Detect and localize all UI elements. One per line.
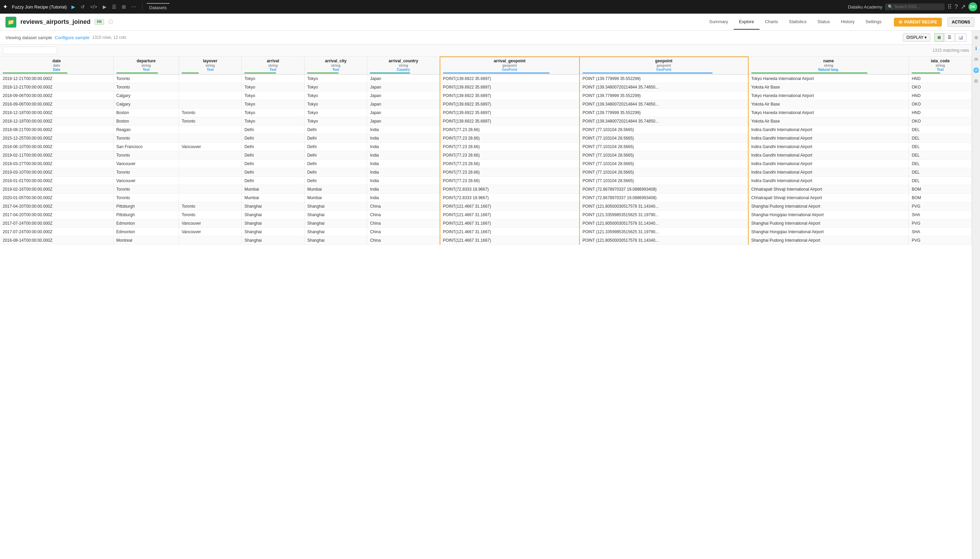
column-header-departure[interactable]: departurestringText: [113, 57, 179, 74]
refresh-icon[interactable]: ↺: [79, 3, 87, 11]
table-row[interactable]: 2017-04-20T00:00:00.000ZPittsburghToront…: [0, 202, 972, 211]
search-bar[interactable]: 🔍: [885, 3, 945, 10]
sidebar-globe-icon[interactable]: 🌐: [972, 66, 980, 74]
cell-arrival_geopoint: POINT(139.6922 35.6897): [440, 92, 579, 100]
cell-name: Shanghai Hongqiao International Airport: [748, 228, 909, 236]
data-table-container[interactable]: 1315 matching rows datedateDatedeparture…: [0, 45, 972, 559]
col-type-name: string: [751, 64, 906, 68]
cell-arrival: Tokyo: [242, 100, 305, 109]
col-name-date: date: [3, 59, 111, 63]
table-row[interactable]: 2018-12-21T00:00:00.000ZTorontoTokyoToky…: [0, 74, 972, 83]
cell-date: 2018-12-21T00:00:00.000Z: [0, 74, 113, 83]
column-header-iata_code[interactable]: iata_codestringText: [909, 57, 972, 74]
cell-date: 2017-07-24T00:00:00.000Z: [0, 228, 113, 236]
table-row[interactable]: 2019-03-10T00:00:00.000ZTorontoDelhiDelh…: [0, 168, 972, 177]
apps-icon[interactable]: ⠿: [947, 3, 952, 10]
cell-iata_code: HND: [909, 109, 972, 117]
cell-arrival_country: China: [367, 211, 440, 219]
col-bar-iata_code: [912, 73, 940, 74]
table-search-input[interactable]: [3, 46, 57, 54]
table-row[interactable]: 2017-04-20T00:00:00.000ZPittsburghToront…: [0, 211, 972, 219]
column-header-name[interactable]: namestringNatural lang.: [748, 57, 909, 74]
cell-iata_code: DEL: [909, 177, 972, 185]
table-row[interactable]: 2020-01-05T00:00:00.000ZTorontoMumbaiMum…: [0, 194, 972, 202]
cell-departure: Pittsburgh: [113, 202, 179, 211]
cell-arrival_country: Japan: [367, 109, 440, 117]
table-row[interactable]: 2018-08-21T00:00:00.000ZReaganDelhiDelhi…: [0, 126, 972, 134]
actions-button[interactable]: ACTIONS: [947, 17, 975, 27]
col-name-arrival_city: arrival_city: [307, 59, 365, 63]
tab-status[interactable]: Status: [812, 14, 835, 30]
sidebar-gear-icon[interactable]: ⚙: [972, 77, 980, 85]
code-icon[interactable]: </>: [88, 3, 99, 11]
cell-departure: Toronto: [113, 74, 179, 83]
cell-name: Chhatrapati Shivaji International Airpor…: [748, 194, 909, 202]
column-header-layover[interactable]: layoverstringText: [179, 57, 242, 74]
table-row[interactable]: 2018-09-06T00:00:00.000ZCalgaryTokyoToky…: [0, 92, 972, 100]
cell-arrival_city: Shanghai: [304, 236, 367, 245]
help-icon[interactable]: ?: [954, 3, 958, 10]
table-row[interactable]: 2017-07-24T00:00:00.000ZEdmontonVancouve…: [0, 219, 972, 228]
search-input[interactable]: [894, 5, 942, 9]
column-header-date[interactable]: datedateDate: [0, 57, 113, 74]
col-bar-arrival_country: [370, 73, 410, 74]
rows-info: 1315 rows, 12 cols: [92, 35, 126, 40]
info-icon[interactable]: ⓘ: [108, 19, 113, 25]
sidebar-info-icon[interactable]: ℹ: [974, 44, 978, 53]
table-row[interactable]: 2018-09-06T00:00:00.000ZCalgaryTokyoToky…: [0, 100, 972, 109]
column-header-arrival[interactable]: arrivalstringText: [242, 57, 305, 74]
tab-history[interactable]: History: [835, 14, 860, 30]
cell-date: 2018-09-06T00:00:00.000Z: [0, 92, 113, 100]
sidebar-mail-icon[interactable]: ✉: [973, 55, 980, 63]
chart-view-button[interactable]: 📊: [955, 33, 967, 41]
column-header-arrival_geopoint[interactable]: arrival_geopointgeopointGeoPoint: [440, 57, 579, 74]
run-icon[interactable]: ▶: [101, 3, 109, 11]
table-row[interactable]: 2016-08-14T00:00:00.000ZMontrealShanghai…: [0, 236, 972, 245]
cell-iata_code: DEL: [909, 168, 972, 177]
configure-sample-link[interactable]: Configure sample: [55, 35, 89, 40]
cell-arrival: Delhi: [242, 168, 305, 177]
list-view-button[interactable]: ☰: [945, 33, 954, 41]
col-meaning-arrival_country: Country: [370, 68, 437, 71]
table-row[interactable]: 2018-03-27T00:00:00.000ZVancouverDelhiDe…: [0, 160, 972, 168]
table-row[interactable]: 2019-02-16T00:00:00.000ZTorontoMumbaiMum…: [0, 185, 972, 194]
display-button[interactable]: DISPLAY ▾: [903, 33, 931, 41]
cell-name: Yokota Air Base: [748, 117, 909, 126]
column-header-geopoint[interactable]: geopointgeopointGeoPoint: [579, 57, 748, 74]
cell-arrival_geopoint: POINT(77.23 28.66): [440, 168, 579, 177]
tab-explore[interactable]: Explore: [734, 14, 759, 30]
cell-iata_code: PVG: [909, 236, 972, 245]
tab-summary[interactable]: Summary: [704, 14, 734, 30]
cell-geopoint: POINT (72.8678970337 19.0886993408): [579, 194, 748, 202]
tab-settings[interactable]: Settings: [860, 14, 887, 30]
table-row[interactable]: 2018-12-18T00:00:00.000ZBostonTorontoTok…: [0, 117, 972, 126]
table-row[interactable]: 2018-06-10T00:00:00.000ZSan FranciscoVan…: [0, 143, 972, 151]
table-icon[interactable]: ☰: [110, 3, 119, 11]
logo-icon: ✦: [3, 3, 8, 10]
more-icon[interactable]: ⋯: [129, 3, 138, 11]
cell-layover: [179, 126, 242, 134]
sidebar-add-icon[interactable]: ⊕: [973, 33, 980, 41]
datasets-label[interactable]: Datasets: [147, 3, 170, 12]
column-header-arrival_country[interactable]: arrival_countrystringCountry: [367, 57, 440, 74]
column-header-arrival_city[interactable]: arrival_citystringText: [304, 57, 367, 74]
tab-statistics[interactable]: Statistics: [783, 14, 812, 30]
table-row[interactable]: 2017-07-24T00:00:00.000ZEdmontonVancouve…: [0, 228, 972, 236]
notifications-icon[interactable]: ↗: [960, 3, 966, 10]
table-row[interactable]: 2018-12-21T00:00:00.000ZTorontoTokyoToky…: [0, 83, 972, 92]
cell-arrival_city: Tokyo: [304, 117, 367, 126]
table-row[interactable]: 2018-12-18T00:00:00.000ZBostonTorontoTok…: [0, 109, 972, 117]
grid-icon[interactable]: ⊞: [120, 3, 128, 11]
cell-iata_code: DEL: [909, 151, 972, 160]
avatar[interactable]: DK: [968, 2, 977, 11]
table-row[interactable]: 2019-02-11T00:00:00.000ZTorontoDelhiDelh…: [0, 151, 972, 160]
tab-charts[interactable]: Charts: [759, 14, 783, 30]
table-row[interactable]: 2015-12-25T00:00:00.000ZTorontoDelhiDelh…: [0, 134, 972, 143]
col-meaning-layover: Text: [182, 68, 239, 71]
dataset-name: reviews_airports_joined: [20, 18, 91, 26]
col-name-name: name: [751, 59, 906, 63]
parent-recipe-button[interactable]: ⚙ PARENT RECIPE: [894, 18, 942, 26]
grid-view-button[interactable]: ⊞: [934, 33, 944, 41]
flow-icon[interactable]: ▶: [69, 3, 77, 11]
table-row[interactable]: 2018-01-01T00:00:00.000ZVancouverDelhiDe…: [0, 177, 972, 185]
